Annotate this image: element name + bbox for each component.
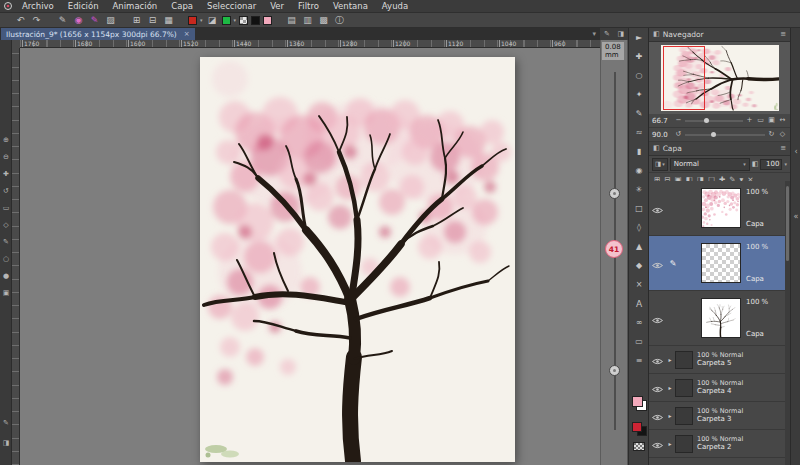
circle-icon[interactable]: ○	[0, 256, 12, 263]
grid-small-icon[interactable]: ◨	[0, 440, 12, 447]
zoom-slider[interactable]	[685, 120, 743, 122]
rotate-right-icon[interactable]: ↻	[767, 131, 776, 138]
layer-visibility-toggle[interactable]	[649, 406, 665, 425]
pattern-icon[interactable]: ▨	[104, 16, 117, 25]
collapse-all-icon[interactable]: «	[791, 213, 800, 221]
frame-tool-icon[interactable]: ≡	[629, 357, 649, 365]
layout-single-icon[interactable]: ▤	[285, 16, 298, 25]
layer-panel-header[interactable]: ◧ Capa ≡	[649, 142, 790, 156]
marker-tool-icon[interactable]: ▮	[629, 148, 649, 156]
eraser-tool-icon[interactable]: □	[629, 205, 649, 213]
reset-view-icon[interactable]: ▣	[0, 290, 12, 297]
navigator-panel-header[interactable]: ◧ Navegador ≡	[649, 28, 790, 42]
folder-row[interactable]: ▸100 % NormalCarpeta 3	[649, 402, 785, 430]
layer-type-dropdown[interactable]: ◨▾	[652, 158, 668, 171]
main-color-chip-arrow[interactable]: ▾	[200, 17, 203, 23]
folder-expand-arrow[interactable]: ▸	[665, 412, 675, 419]
layer-visibility-toggle[interactable]	[649, 199, 665, 218]
blend-mode-dropdown[interactable]: Normal ▾	[670, 158, 750, 171]
menu-edición[interactable]: Edición	[61, 1, 106, 11]
blend-tool-icon[interactable]: ◊	[629, 224, 649, 232]
layout-grid-icon[interactable]: ▩	[317, 16, 330, 25]
pen-small-icon[interactable]: ✎	[0, 420, 12, 427]
layer-thumbnail[interactable]	[701, 298, 741, 338]
pink-color-chip[interactable]	[263, 16, 272, 25]
nav-zoom-in-icon[interactable]: +	[745, 117, 754, 124]
operation-tool-icon[interactable]: ►	[629, 34, 649, 42]
brush-icon[interactable]: ✎	[56, 16, 69, 25]
balloon-tool-icon[interactable]: ∞	[629, 319, 649, 327]
opacity-dropdown-icon[interactable]: ▾	[784, 161, 787, 167]
transparent-color-chip[interactable]	[239, 16, 248, 25]
layer-visibility-toggle[interactable]	[649, 378, 665, 397]
zoom-value[interactable]: 66.7	[652, 117, 672, 125]
folder-row[interactable]: ▸100 % NormalCarpeta 5	[649, 346, 785, 374]
rotate-left-icon[interactable]: ↺	[674, 131, 683, 138]
info-icon[interactable]: ⓘ	[333, 16, 346, 25]
panel-menu-icon[interactable]: ≡	[780, 31, 786, 38]
layer-visibility-toggle[interactable]	[649, 350, 665, 369]
swap-colors-icon[interactable]: ◪	[206, 16, 219, 25]
layer-name[interactable]: Capa	[746, 275, 783, 283]
rotation-slider[interactable]	[685, 134, 765, 136]
grid-icon[interactable]: ▦	[162, 16, 175, 25]
slider-handle-top[interactable]	[609, 188, 620, 199]
add-icon[interactable]: ⊞	[130, 16, 143, 25]
color-pen-icon[interactable]: ✎	[88, 16, 101, 25]
menu-ayuda[interactable]: Ayuda	[375, 1, 415, 11]
opacity-value[interactable]: 100	[760, 159, 782, 170]
main-draw-color-swatch[interactable]	[632, 422, 642, 432]
fill-tool-icon[interactable]: ▲	[629, 243, 649, 251]
editing-pen-icon[interactable]: ✎	[665, 259, 681, 268]
nav-fit-icon[interactable]: ▭	[756, 117, 765, 124]
tab-list-icon[interactable]: ▾	[592, 30, 596, 38]
dot-icon[interactable]: ●	[0, 273, 12, 280]
ruler-tool-icon[interactable]: ▭	[629, 338, 649, 346]
folder-expand-arrow[interactable]: ▸	[665, 356, 675, 363]
app-logo-icon[interactable]	[0, 1, 15, 11]
layer-visibility-toggle[interactable]	[649, 309, 665, 328]
hand-tool-icon[interactable]: ✚	[0, 171, 12, 178]
airbrush-tool-icon[interactable]: ◉	[629, 167, 649, 175]
layer-row[interactable]: 100 %Capa	[649, 291, 785, 346]
grid-small-icon[interactable]: ◨	[618, 31, 625, 38]
navigator-preview[interactable]	[661, 45, 779, 111]
scrollbar-thumb[interactable]	[786, 186, 789, 261]
lasso-tool-icon[interactable]: ○	[629, 72, 649, 80]
rotate-view-icon[interactable]: ↺	[0, 188, 12, 195]
nav-reset-icon[interactable]: ◇	[778, 131, 787, 138]
figure-tool-icon[interactable]: ×	[629, 281, 649, 289]
canvas-document[interactable]	[200, 57, 515, 462]
wand-tool-icon[interactable]: ✦	[629, 91, 649, 99]
layer-visibility-toggle[interactable]	[649, 254, 665, 273]
canvas-area[interactable]	[20, 48, 600, 465]
text-tool-icon[interactable]: A	[629, 300, 649, 309]
collapse-icon[interactable]: ‹	[791, 148, 800, 156]
layer-thumbnail[interactable]	[701, 243, 741, 283]
zoom-out-icon[interactable]: ⊖	[0, 154, 12, 161]
move-tool-icon[interactable]: ✚	[629, 53, 649, 61]
layer-name[interactable]: Capa	[746, 330, 783, 338]
slider-handle-bottom[interactable]	[609, 365, 620, 376]
black-color-chip[interactable]	[251, 16, 260, 25]
menu-filtro[interactable]: Filtro	[291, 1, 326, 11]
transparent-swatch[interactable]	[633, 442, 645, 451]
edit-icon[interactable]: ✎	[0, 239, 12, 246]
stabilizer-badge[interactable]: 41	[605, 240, 623, 258]
layer-visibility-toggle[interactable]	[649, 434, 665, 453]
navigator-view-rectangle[interactable]	[663, 46, 705, 110]
menu-archivo[interactable]: Archivo	[15, 1, 61, 11]
menu-ver[interactable]: Ver	[263, 1, 291, 11]
folder-name[interactable]: Carpeta 3	[697, 415, 743, 424]
nav-100-icon[interactable]: ▣	[767, 117, 776, 124]
menu-capa[interactable]: Capa	[164, 1, 200, 11]
nav-flip-icon[interactable]: ↔	[778, 117, 787, 124]
close-tab-icon[interactable]: ×	[184, 30, 190, 38]
sub-color-chip-arrow[interactable]: ▾	[234, 17, 237, 23]
menu-animación[interactable]: Animación	[106, 1, 165, 11]
pencil-tool-icon[interactable]: ≈	[629, 129, 649, 137]
mix-brush-icon[interactable]: ◉	[72, 16, 85, 25]
main-color-chip[interactable]	[188, 16, 197, 25]
subtract-icon[interactable]: ⊟	[146, 16, 159, 25]
layer-row[interactable]: ✎100 %Capa	[649, 236, 785, 291]
